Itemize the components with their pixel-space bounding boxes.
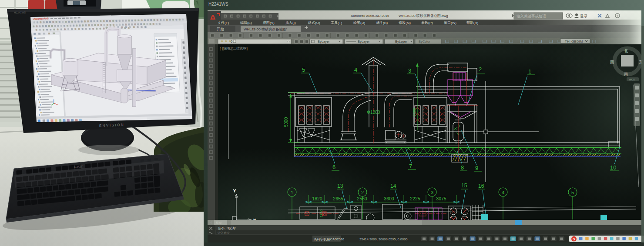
svg-text:3: 3 xyxy=(431,190,433,195)
svg-text:4: 4 xyxy=(502,190,504,195)
svg-text:H2241WS: H2241WS xyxy=(208,2,228,7)
svg-text:2560: 2560 xyxy=(357,196,367,201)
svg-text:WHLJS-00 喷砂房设备总图.dwg: WHLJS-00 喷砂房设备总图.dwg xyxy=(399,14,448,18)
svg-text:5: 5 xyxy=(302,66,305,73)
svg-text:2: 2 xyxy=(361,190,364,195)
svg-text:WHLJS-00 喷砂房设备总图*: WHLJS-00 喷砂房设备总图* xyxy=(244,27,287,31)
svg-text:7: 7 xyxy=(409,163,412,170)
svg-text:Φ1200: Φ1200 xyxy=(367,110,380,115)
svg-text:2225: 2225 xyxy=(410,196,420,201)
svg-text:绘图(D): 绘图(D) xyxy=(353,21,365,25)
svg-text:4: 4 xyxy=(354,66,357,73)
svg-text:2655: 2655 xyxy=(333,196,343,201)
svg-text:高科宇机械CAD2010: 高科宇机械CAD2010 xyxy=(314,237,344,241)
svg-text:9: 9 xyxy=(475,165,478,171)
svg-text:6: 6 xyxy=(332,164,335,170)
svg-text:输入关键字或短语: 输入关键字或短语 xyxy=(516,14,547,18)
svg-text:南: 南 xyxy=(624,72,628,76)
svg-text:0: 0 xyxy=(231,40,232,43)
svg-text:WCS: WCS xyxy=(629,78,635,81)
svg-text:键入命令: 键入命令 xyxy=(217,231,230,235)
svg-text:格式(O): 格式(O) xyxy=(308,21,320,25)
svg-text:编辑(E): 编辑(E) xyxy=(240,21,252,25)
svg-text:北: 北 xyxy=(624,48,628,53)
svg-text:插入(I): 插入(I) xyxy=(285,21,296,25)
svg-text:10: 10 xyxy=(610,164,616,171)
svg-text:视图(V): 视图(V) xyxy=(262,21,275,25)
svg-text:1: 1 xyxy=(291,190,293,195)
svg-text:25414.3009, 30699.0595, 0.0000: 25414.3009, 30699.0595, 0.0000 xyxy=(359,237,408,241)
svg-text:5000: 5000 xyxy=(284,117,288,127)
svg-text:8: 8 xyxy=(461,164,464,171)
svg-text:文件(F): 文件(F) xyxy=(218,21,229,25)
svg-text:SOLIDWORKS: SOLIDWORKS xyxy=(33,17,49,20)
svg-text:参数(P): 参数(P) xyxy=(421,21,433,25)
svg-text:13: 13 xyxy=(337,183,343,189)
svg-text:15: 15 xyxy=(461,183,467,189)
svg-text:Autodesk AutoCAD 2016: Autodesk AutoCAD 2016 xyxy=(351,14,389,18)
svg-text:3600: 3600 xyxy=(384,196,394,201)
svg-text:8300: 8300 xyxy=(412,108,416,116)
svg-text:3075: 3075 xyxy=(436,196,446,201)
svg-text:5: 5 xyxy=(571,190,574,195)
svg-text:[-][俯视][二维线框]: [-][俯视][二维线框] xyxy=(220,47,248,50)
svg-text:H2241WS: H2241WS xyxy=(14,11,26,14)
svg-text:16: 16 xyxy=(478,183,484,189)
svg-text:工具(T): 工具(T) xyxy=(331,21,342,25)
svg-text:命令: *取消*: 命令: *取消* xyxy=(218,226,236,230)
svg-text:Y: Y xyxy=(233,189,236,193)
svg-text:标注(N): 标注(N) xyxy=(376,21,388,25)
svg-text:1: 1 xyxy=(528,68,531,75)
svg-text:14: 14 xyxy=(390,183,396,189)
svg-text:2: 2 xyxy=(479,66,482,73)
svg-text:1820: 1820 xyxy=(312,196,322,201)
svg-text:S: S xyxy=(573,237,575,241)
svg-text:修改(M): 修改(M) xyxy=(399,21,411,25)
svg-text:开始: 开始 xyxy=(217,27,225,31)
svg-text:3: 3 xyxy=(408,67,411,74)
svg-text:模型: 模型 xyxy=(216,221,222,225)
svg-text:西: 西 xyxy=(610,60,614,64)
